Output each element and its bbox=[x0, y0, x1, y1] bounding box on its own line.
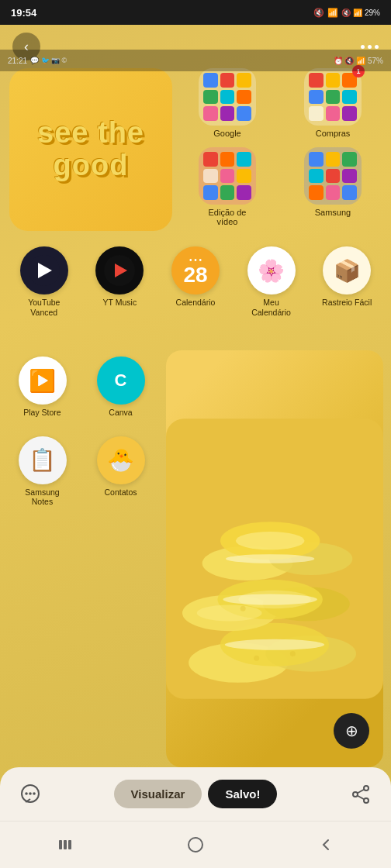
ghost-app-icons: 💬 🐦 📷 © bbox=[30, 57, 67, 64]
svg-point-13 bbox=[225, 639, 324, 650]
yt-music-play-icon bbox=[115, 264, 127, 277]
play-icon bbox=[38, 263, 52, 278]
play-store-icon: ▶️ bbox=[19, 356, 67, 405]
svg-point-18 bbox=[240, 606, 246, 611]
folder-edicao-video[interactable]: Edição devídeo bbox=[199, 147, 256, 226]
svg-point-14 bbox=[223, 594, 317, 605]
dot bbox=[309, 106, 324, 121]
samsung-notes-label: SamsungNotes bbox=[25, 487, 59, 507]
dot bbox=[326, 106, 341, 121]
svg-point-8 bbox=[197, 605, 262, 622]
ghost-right-icons: ⏰ 🔇 📶 57% bbox=[334, 57, 383, 65]
rastreio-label: Rastreio Fácil bbox=[322, 298, 372, 308]
dot bbox=[220, 185, 235, 200]
nav-back-button[interactable] bbox=[303, 829, 349, 860]
more-options-button[interactable] bbox=[361, 45, 379, 49]
screenshot-area: 21:21 💬 🐦 📷 © ⏰ 🔇 📶 57% ‹ see the good bbox=[0, 25, 391, 868]
svg-point-24 bbox=[353, 792, 358, 797]
signal-icon: 📶 bbox=[327, 8, 338, 18]
dot bbox=[309, 169, 324, 184]
screenshot-fab-button[interactable]: ⊕ bbox=[334, 713, 369, 749]
salvo-button[interactable]: Salvo! bbox=[208, 780, 277, 808]
dot bbox=[237, 185, 251, 200]
nav-recent-button[interactable] bbox=[42, 829, 88, 860]
ghost-time: 21:21 bbox=[8, 57, 27, 65]
yt-music-label: YT Music bbox=[103, 298, 137, 308]
dot-3 bbox=[375, 45, 379, 49]
dot-1 bbox=[361, 45, 365, 49]
see-the-good-widget: see the good bbox=[9, 68, 172, 231]
svg-point-16 bbox=[254, 656, 259, 661]
dot bbox=[237, 90, 251, 105]
dot bbox=[326, 152, 341, 167]
app-meu-calendario[interactable]: 🌸 MeuCalendário bbox=[237, 246, 306, 317]
visualizar-button[interactable]: Visualizar bbox=[114, 780, 202, 808]
status-icons: 🔇 📶 🔇 📶 29% bbox=[313, 8, 380, 18]
bottom-nav: Visualizar Salvo! bbox=[0, 767, 391, 868]
calendario-label: Calendário bbox=[176, 298, 216, 308]
dot bbox=[203, 185, 218, 200]
folder-compras-label: Compras bbox=[316, 129, 351, 138]
folder-edicao-icon bbox=[199, 147, 256, 205]
folder-google[interactable]: Google bbox=[199, 68, 256, 138]
dot bbox=[220, 152, 235, 167]
app-play-store[interactable]: ▶️ Play Store bbox=[9, 356, 75, 418]
macarons-image: ⊕ bbox=[166, 350, 383, 767]
nav-home-button[interactable] bbox=[172, 829, 219, 860]
dot bbox=[309, 73, 324, 88]
meu-calendario-label: MeuCalendário bbox=[251, 298, 291, 317]
canva-letter: C bbox=[115, 370, 127, 391]
dot bbox=[342, 185, 357, 200]
contatos-label: Contatos bbox=[104, 487, 137, 498]
app-rastreio-facil[interactable]: 📦 Rastreio Fácil bbox=[313, 246, 381, 317]
chat-icon bbox=[19, 784, 41, 805]
app-calendario[interactable]: • • • 28 Calendário bbox=[161, 246, 230, 317]
nav-buttons bbox=[0, 822, 391, 868]
svg-rect-29 bbox=[64, 840, 67, 849]
left-apps-row-1: ▶️ Play Store C Canva bbox=[9, 356, 154, 418]
recent-apps-icon bbox=[57, 837, 73, 852]
dot bbox=[220, 90, 235, 105]
bottom-apps-section: ▶️ Play Store C Canva 📋 SamsungNotes bbox=[0, 350, 391, 767]
app-youtube-vanced[interactable]: YouTubeVanced bbox=[10, 246, 78, 317]
screenshot-icon: ⊕ bbox=[345, 722, 358, 740]
dot bbox=[203, 152, 218, 167]
widgets-row: see the good bbox=[9, 68, 382, 246]
dot bbox=[220, 73, 235, 88]
folders-row-2: Edição devídeo Samsung bbox=[178, 147, 382, 226]
svg-point-21 bbox=[29, 792, 32, 795]
youtube-vanced-label: YouTubeVanced bbox=[28, 298, 60, 317]
left-apps: ▶️ Play Store C Canva 📋 SamsungNotes bbox=[0, 350, 163, 767]
dot bbox=[309, 185, 324, 200]
contatos-emoji: 🐣 bbox=[107, 447, 134, 473]
rastreio-emoji: 📦 bbox=[334, 258, 361, 284]
home-icon bbox=[187, 836, 204, 853]
folder-edicao-label: Edição devídeo bbox=[209, 208, 247, 226]
bottom-actions: Visualizar Salvo! bbox=[0, 767, 391, 822]
back-nav-icon bbox=[318, 837, 334, 852]
youtube-vanced-icon bbox=[20, 246, 68, 294]
dot bbox=[237, 106, 251, 121]
dot bbox=[203, 106, 218, 121]
chat-button[interactable] bbox=[16, 780, 45, 809]
app-canva[interactable]: C Canva bbox=[88, 356, 154, 418]
svg-point-25 bbox=[364, 798, 369, 803]
dot bbox=[220, 169, 235, 184]
samsung-notes-icon: 📋 bbox=[19, 436, 67, 484]
share-icon bbox=[351, 784, 371, 804]
folder-samsung[interactable]: Samsung bbox=[304, 147, 362, 226]
dot bbox=[326, 90, 341, 105]
svg-line-27 bbox=[358, 795, 365, 799]
canva-label: Canva bbox=[109, 408, 132, 418]
share-button[interactable] bbox=[346, 780, 375, 809]
app-yt-music[interactable]: YT Music bbox=[85, 246, 154, 317]
notes-emoji: 📋 bbox=[29, 447, 56, 473]
folder-compras-icon: 1 bbox=[304, 68, 362, 126]
folder-compras[interactable]: 1 Compras bbox=[304, 68, 362, 138]
dot bbox=[326, 169, 341, 184]
ghost-status-bar: 21:21 💬 🐦 📷 © ⏰ 🔇 📶 57% bbox=[0, 50, 391, 71]
dot bbox=[220, 106, 235, 121]
app-samsung-notes[interactable]: 📋 SamsungNotes bbox=[9, 436, 75, 507]
app-contatos[interactable]: 🐣 Contatos bbox=[88, 436, 154, 507]
play-store-label: Play Store bbox=[23, 408, 61, 418]
